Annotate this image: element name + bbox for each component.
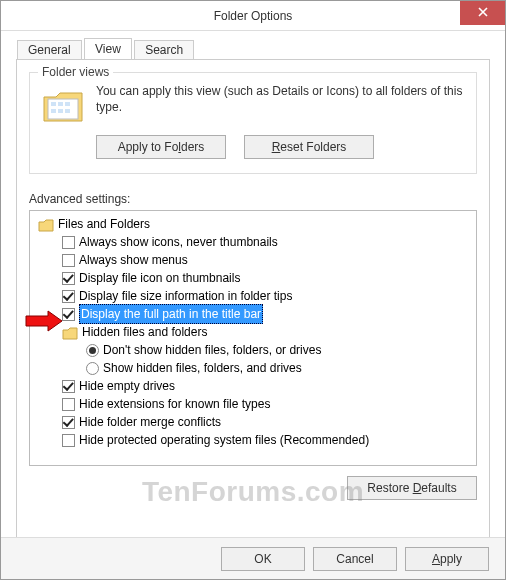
checkbox[interactable] <box>62 308 75 321</box>
tree-item-selected-label: Display the full path in the title bar <box>79 304 263 324</box>
tree-heading-label: Files and Folders <box>58 215 150 233</box>
tree-item[interactable]: Display file icon on thumbnails <box>36 269 474 287</box>
tab-search[interactable]: Search <box>134 40 194 59</box>
svg-rect-2 <box>58 102 63 106</box>
radio[interactable] <box>86 362 99 375</box>
folder-views-icon <box>42 85 84 127</box>
tree-heading-files-and-folders: Files and Folders <box>36 215 474 233</box>
folder-views-text: You can apply this view (such as Details… <box>96 83 464 115</box>
tree-item[interactable]: Display the full path in the title bar <box>36 305 474 323</box>
tab-view[interactable]: View <box>84 38 132 59</box>
checkbox[interactable] <box>62 380 75 393</box>
svg-rect-5 <box>58 109 63 113</box>
cancel-button[interactable]: Cancel <box>313 547 397 571</box>
reset-folders-button[interactable]: Reset Folders <box>244 135 374 159</box>
checkbox[interactable] <box>62 416 75 429</box>
checkbox[interactable] <box>62 290 75 303</box>
window-title: Folder Options <box>214 1 293 31</box>
svg-rect-6 <box>65 109 70 113</box>
folder-views-group: Folder views You can apply this view (su… <box>29 72 477 174</box>
tree-item[interactable]: Hide empty drives <box>36 377 474 395</box>
ok-button[interactable]: OK <box>221 547 305 571</box>
tree-item[interactable]: Always show icons, never thumbnails <box>36 233 474 251</box>
close-icon <box>478 7 488 17</box>
checkbox[interactable] <box>62 254 75 267</box>
tree-item[interactable]: Show hidden files, folders, and drives <box>36 359 474 377</box>
checkbox[interactable] <box>62 398 75 411</box>
checkbox[interactable] <box>62 434 75 447</box>
titlebar: Folder Options <box>1 1 505 31</box>
folder-icon <box>62 326 78 340</box>
svg-rect-1 <box>51 102 56 106</box>
tree-subheading-hidden: Hidden files and folders <box>36 323 474 341</box>
tab-strip: General View Search <box>17 37 505 59</box>
svg-rect-4 <box>51 109 56 113</box>
checkbox[interactable] <box>62 236 75 249</box>
tree-item[interactable]: Hide folder merge conflicts <box>36 413 474 431</box>
apply-button[interactable]: Apply <box>405 547 489 571</box>
tree-item[interactable]: Display file size information in folder … <box>36 287 474 305</box>
tree-item[interactable]: Always show menus <box>36 251 474 269</box>
folder-views-title: Folder views <box>38 65 113 79</box>
restore-defaults-button[interactable]: Restore Defaults <box>347 476 477 500</box>
close-button[interactable] <box>460 1 505 25</box>
radio[interactable] <box>86 344 99 357</box>
folder-icon <box>38 218 54 232</box>
svg-rect-3 <box>65 102 70 106</box>
apply-to-folders-button[interactable]: Apply to Folders <box>96 135 226 159</box>
tab-panel-view: Folder views You can apply this view (su… <box>16 59 490 544</box>
dialog-footer: OK Cancel Apply <box>1 537 505 579</box>
checkbox[interactable] <box>62 272 75 285</box>
tree-item[interactable]: Hide protected operating system files (R… <box>36 431 474 449</box>
tree-item[interactable]: Hide extensions for known file types <box>36 395 474 413</box>
folder-options-window: Folder Options General View Search Folde… <box>0 0 506 580</box>
tab-general[interactable]: General <box>17 40 82 59</box>
advanced-settings-label: Advanced settings: <box>29 192 477 206</box>
tree-item[interactable]: Don't show hidden files, folders, or dri… <box>36 341 474 359</box>
advanced-settings-tree[interactable]: Files and Folders Always show icons, nev… <box>29 210 477 466</box>
